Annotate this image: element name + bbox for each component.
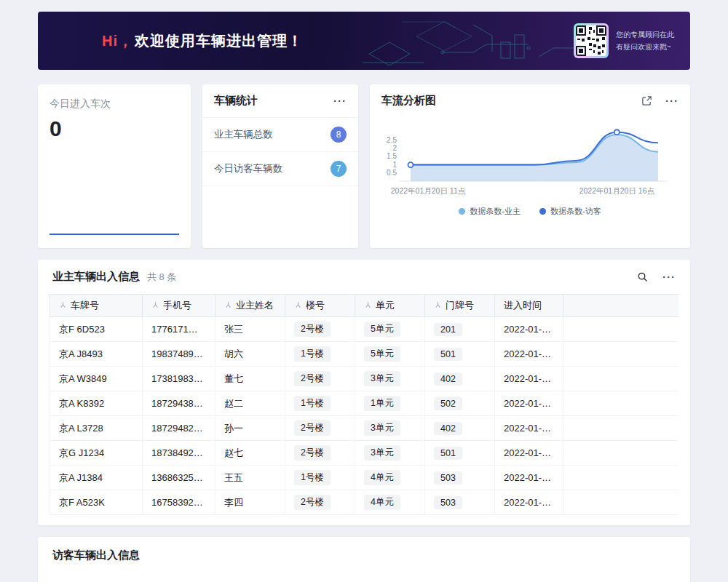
table-cell[interactable]: 2022-01-…: [495, 367, 563, 391]
table-cell[interactable]: 京G J1234: [50, 441, 143, 466]
table-row[interactable]: 京A L372818729482…孙一2号楼3单元4022022-01-…: [50, 416, 679, 441]
table-cell[interactable]: 京A L3728: [50, 416, 143, 441]
table-row[interactable]: 京F A523K16758392…李四2号楼4单元5032022-01-…: [50, 490, 679, 515]
table-cell[interactable]: 501: [425, 342, 495, 367]
table-cell[interactable]: 3单元: [355, 367, 425, 391]
table-cell[interactable]: 503: [425, 490, 495, 515]
table-cell[interactable]: 1号楼: [285, 466, 355, 490]
table-cell[interactable]: 503: [425, 466, 495, 490]
table-cell[interactable]: 张三: [215, 317, 285, 342]
table-cell[interactable]: 2号楼: [285, 416, 355, 441]
tag: 1号楼: [294, 470, 331, 485]
filler-cell: [563, 466, 679, 490]
table-row[interactable]: 京G J123418738492…赵七2号楼3单元5012022-01-…: [50, 441, 679, 466]
table-cell[interactable]: 2022-01-…: [495, 441, 563, 466]
table-cell[interactable]: 402: [425, 367, 495, 391]
table-cell[interactable]: 2号楼: [285, 367, 355, 391]
table-cell[interactable]: 京A J1384: [50, 466, 143, 490]
column-header[interactable]: 楼号: [285, 295, 355, 317]
export-icon[interactable]: [641, 95, 652, 106]
table-cell[interactable]: 1号楼: [285, 342, 355, 367]
table-cell[interactable]: 京A K8392: [50, 391, 143, 416]
column-header[interactable]: 业主姓名: [215, 295, 285, 317]
table-cell[interactable]: 17381983…: [143, 367, 215, 391]
table-cell[interactable]: 18729482…: [143, 416, 215, 441]
table-cell[interactable]: 5单元: [355, 317, 425, 342]
legend-item[interactable]: 数据条数-访客: [539, 206, 601, 217]
table-cell[interactable]: 501: [425, 441, 495, 466]
table-cell[interactable]: 18729438…: [143, 391, 215, 416]
table-cell[interactable]: 孙一: [215, 416, 285, 441]
table-cell[interactable]: 京A J8493: [50, 342, 143, 367]
qr-caption-line2: 有疑问欢迎来戳~: [616, 41, 674, 53]
qr-code-icon[interactable]: [574, 23, 609, 58]
table-cell[interactable]: 4单元: [355, 466, 425, 490]
table-cell[interactable]: 2号楼: [285, 490, 355, 515]
flow-chart: 0.511.522.52022年01月20日 11点2022年01月20日 16…: [381, 120, 676, 197]
table-cell[interactable]: 3单元: [355, 416, 425, 441]
table-cell[interactable]: 2022-01-…: [495, 490, 563, 515]
legend-item[interactable]: 数据条数-业主: [459, 206, 521, 217]
search-icon[interactable]: [637, 271, 648, 282]
data-point-marker[interactable]: [408, 162, 414, 167]
table-cell[interactable]: 3单元: [355, 441, 425, 466]
table-row[interactable]: 京A J138413686325…王五1号楼4单元5032022-01-…: [50, 466, 679, 490]
column-header[interactable]: 门牌号: [425, 295, 495, 317]
field-type-icon: [224, 301, 232, 309]
qr-caption-line1: 您的专属顾问在此: [616, 28, 674, 41]
today-entries-card: 今日进入车次 0: [38, 84, 191, 248]
stat-badge: 8: [331, 127, 347, 143]
owner-table-card: 业主车辆出入信息 共 8 条 ··· 车牌号手机号业主姓名楼号单元门牌号进入时间…: [38, 260, 690, 525]
today-entries-value: 0: [50, 116, 179, 141]
column-header[interactable]: 手机号: [143, 295, 215, 317]
table-cell[interactable]: 2号楼: [285, 441, 355, 466]
table-cell[interactable]: 402: [425, 416, 495, 441]
table-cell[interactable]: 5单元: [355, 342, 425, 367]
table-cell[interactable]: 赵七: [215, 441, 285, 466]
table-cell[interactable]: 李四: [215, 490, 285, 515]
table-cell[interactable]: 赵二: [215, 391, 285, 416]
table-cell[interactable]: 2022-01-…: [495, 317, 563, 342]
table-cell[interactable]: 京A W3849: [50, 367, 143, 391]
table-cell[interactable]: 13686325…: [143, 466, 215, 490]
more-icon[interactable]: ···: [665, 95, 678, 106]
table-cell[interactable]: 16758392…: [143, 490, 215, 515]
table-cell[interactable]: 董七: [215, 367, 285, 391]
table-cell[interactable]: 王五: [215, 466, 285, 490]
table-cell[interactable]: 1776171…: [143, 317, 215, 342]
table-row[interactable]: 京A K839218729438…赵二1号楼1单元5022022-01-…: [50, 391, 679, 416]
column-header[interactable]: 车牌号: [50, 295, 143, 317]
column-label: 单元: [376, 300, 395, 311]
tag: 201: [434, 323, 462, 336]
table-cell[interactable]: 2022-01-…: [495, 466, 563, 490]
table-cell[interactable]: 502: [425, 391, 495, 416]
table-cell[interactable]: 2号楼: [285, 317, 355, 342]
filler-cell: [563, 317, 679, 342]
table-cell[interactable]: 2022-01-…: [495, 391, 563, 416]
table-cell[interactable]: 京F A523K: [50, 490, 143, 515]
table-cell[interactable]: 1号楼: [285, 391, 355, 416]
more-icon[interactable]: ···: [333, 95, 347, 106]
filler-cell: [563, 391, 679, 416]
data-point-marker[interactable]: [614, 129, 620, 135]
table-cell[interactable]: 京F 6D523: [50, 317, 143, 342]
tag: 2号楼: [294, 371, 331, 386]
table-row[interactable]: 京A J849319837489…胡六1号楼5单元5012022-01-…: [50, 342, 679, 367]
table-cell[interactable]: 18738492…: [143, 441, 215, 466]
vehicle-stats-list: 业主车辆总数8今日访客车辆数7: [202, 118, 358, 186]
table-cell[interactable]: 4单元: [355, 490, 425, 515]
vehicle-stats-title: 车辆统计: [214, 94, 258, 108]
legend-dot: [539, 208, 546, 215]
table-cell[interactable]: 19837489…: [143, 342, 215, 367]
column-header[interactable]: 进入时间: [495, 295, 563, 317]
table-cell[interactable]: 201: [425, 317, 495, 342]
table-cell[interactable]: 2022-01-…: [495, 416, 563, 441]
table-cell[interactable]: 胡六: [215, 342, 285, 367]
column-header[interactable]: 单元: [355, 295, 425, 317]
table-row[interactable]: 京F 6D5231776171…张三2号楼5单元2012022-01-…: [50, 317, 679, 342]
table-row[interactable]: 京A W384917381983…董七2号楼3单元4022022-01-…: [50, 367, 679, 391]
table-cell[interactable]: 2022-01-…: [495, 342, 563, 367]
more-icon[interactable]: ···: [662, 271, 676, 282]
table-cell[interactable]: 1单元: [355, 391, 425, 416]
qr-caption: 您的专属顾问在此 有疑问欢迎来戳~: [616, 28, 674, 53]
